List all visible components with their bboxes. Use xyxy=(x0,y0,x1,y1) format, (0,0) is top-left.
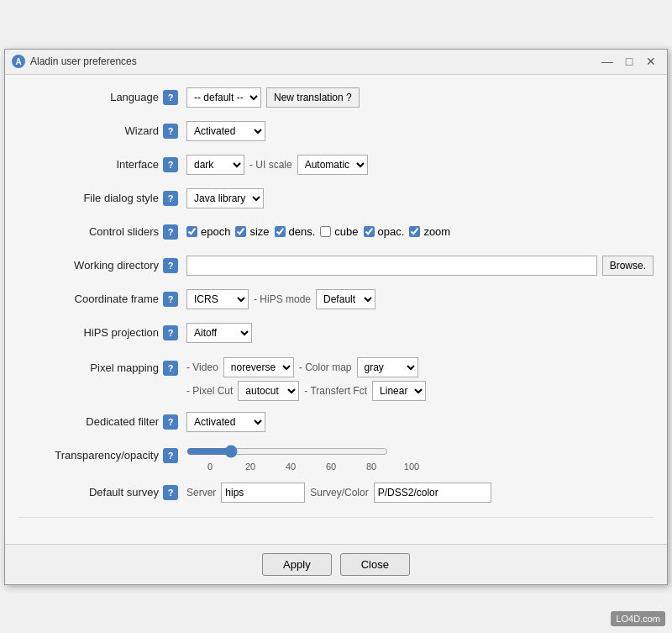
dedicated-filter-dropdown[interactable]: Activated Deactivated xyxy=(186,412,265,432)
colormap-label: - Color map xyxy=(299,361,352,373)
window-controls: — □ ✕ xyxy=(598,52,660,71)
preferences-content: Language ? -- default -- English French … xyxy=(5,75,667,544)
pixel-cut-dropdown[interactable]: autocut minmax 3sigma xyxy=(238,381,299,401)
titlebar: A Aladin user preferences — □ ✕ xyxy=(5,50,667,75)
dedicated-filter-help-button[interactable]: ? xyxy=(163,414,178,430)
wizard-help-button[interactable]: ? xyxy=(163,124,178,139)
interface-help-button[interactable]: ? xyxy=(163,157,178,172)
file-dialog-controls: Java library Native System xyxy=(186,188,654,208)
working-directory-controls: Browse. xyxy=(186,256,654,276)
file-dialog-dropdown[interactable]: Java library Native System xyxy=(186,188,264,208)
window-title: Aladin user preferences xyxy=(30,55,593,67)
control-sliders-help-button[interactable]: ? xyxy=(163,224,178,240)
working-directory-help-button[interactable]: ? xyxy=(163,258,178,273)
pixel-cut-label: - Pixel Cut xyxy=(186,385,233,397)
hips-mode-dropdown[interactable]: Default Mean Healpix xyxy=(316,289,375,309)
working-directory-label-cell: Working directory ? xyxy=(18,258,186,273)
colormap-dropdown[interactable]: gray heat rainbow xyxy=(357,357,418,377)
pixel-mapping-controls: - Video noreverse reverse - Color map gr… xyxy=(186,357,426,401)
coordinate-frame-label-cell: Coordinate frame ? xyxy=(18,292,186,307)
tick-60: 60 xyxy=(311,462,351,472)
working-directory-input[interactable] xyxy=(186,256,597,276)
working-directory-row: Working directory ? Browse. xyxy=(18,253,654,278)
hips-projection-help-button[interactable]: ? xyxy=(163,325,178,340)
hips-projection-controls: Aitoff Mercator TAN SIN xyxy=(186,323,654,343)
transparency-slider[interactable] xyxy=(186,445,388,458)
file-dialog-help-button[interactable]: ? xyxy=(163,191,178,206)
maximize-button[interactable]: □ xyxy=(620,52,638,71)
control-sliders-controls: epoch size dens. cube opac. xyxy=(186,225,654,238)
video-label: - Video xyxy=(186,361,218,373)
coordinate-frame-controls: ICRS Galactic Ecliptic - HiPS mode Defau… xyxy=(186,289,654,309)
zoom-checkbox-label[interactable]: zoom xyxy=(409,225,450,238)
language-label: Language xyxy=(110,91,159,103)
hips-projection-dropdown[interactable]: Aitoff Mercator TAN SIN xyxy=(186,323,252,343)
ui-scale-dropdown[interactable]: Automatic 100% 125% 150% xyxy=(297,155,368,175)
file-dialog-row: File dialog style ? Java library Native … xyxy=(18,186,654,211)
opac-label: opac. xyxy=(378,225,405,238)
default-survey-help-button[interactable]: ? xyxy=(163,485,178,500)
new-translation-button[interactable]: New translation ? xyxy=(266,87,360,108)
epoch-label: epoch xyxy=(201,225,230,238)
interface-theme-dropdown[interactable]: dark light system xyxy=(186,155,244,175)
preferences-window: A Aladin user preferences — □ ✕ Language… xyxy=(4,49,668,585)
minimize-button[interactable]: — xyxy=(598,52,617,71)
wizard-label: Wizard xyxy=(125,124,159,137)
survey-color-input[interactable] xyxy=(374,483,491,503)
transfer-label: - Transfert Fct xyxy=(304,385,367,397)
zoom-checkbox[interactable] xyxy=(409,226,420,237)
cube-checkbox[interactable] xyxy=(320,226,331,237)
coordinate-frame-dropdown[interactable]: ICRS Galactic Ecliptic xyxy=(186,289,249,309)
hips-projection-row: HiPS projection ? Aitoff Mercator TAN SI… xyxy=(18,320,654,346)
coordinate-frame-help-button[interactable]: ? xyxy=(163,292,178,307)
close-button-footer[interactable]: Close xyxy=(340,553,410,576)
tick-20: 20 xyxy=(230,462,270,472)
coordinate-frame-row: Coordinate frame ? ICRS Galactic Eclipti… xyxy=(18,287,654,312)
default-survey-label-cell: Default survey ? xyxy=(18,485,186,500)
opac-checkbox-label[interactable]: opac. xyxy=(364,225,405,238)
transfer-dropdown[interactable]: Linear Log Sqrt xyxy=(372,381,426,401)
working-directory-label: Working directory xyxy=(74,259,159,272)
epoch-checkbox-label[interactable]: epoch xyxy=(186,225,230,238)
transparency-controls: 0 20 40 60 80 100 xyxy=(186,445,432,472)
cube-checkbox-label[interactable]: cube xyxy=(320,225,358,238)
size-label: size xyxy=(249,225,269,238)
wizard-dropdown[interactable]: Activated Deactivated xyxy=(186,121,265,141)
dedicated-filter-controls: Activated Deactivated xyxy=(186,412,654,432)
pixel-mapping-video-row: - Video noreverse reverse - Color map gr… xyxy=(186,357,426,377)
pixel-mapping-help-button[interactable]: ? xyxy=(163,361,178,376)
browse-button[interactable]: Browse. xyxy=(602,256,654,276)
hips-projection-label: HiPS projection xyxy=(83,326,159,339)
file-dialog-label-cell: File dialog style ? xyxy=(18,191,186,206)
epoch-checkbox[interactable] xyxy=(186,226,197,237)
footer: Apply Close xyxy=(5,544,667,584)
slider-row xyxy=(186,445,432,458)
size-checkbox[interactable] xyxy=(235,226,246,237)
wizard-row: Wizard ? Activated Deactivated xyxy=(18,119,654,144)
zoom-label: zoom xyxy=(423,225,450,238)
file-dialog-label: File dialog style xyxy=(83,192,159,204)
server-input[interactable] xyxy=(221,483,305,503)
tick-40: 40 xyxy=(270,462,311,472)
apply-button[interactable]: Apply xyxy=(262,553,332,576)
default-survey-row: Default survey ? Server Survey/Color xyxy=(18,480,654,505)
dens-checkbox-label[interactable]: dens. xyxy=(275,225,316,238)
opac-checkbox[interactable] xyxy=(364,226,375,237)
control-sliders-row: Control sliders ? epoch size dens. xyxy=(18,219,654,245)
video-dropdown[interactable]: noreverse reverse xyxy=(223,357,294,377)
transparency-help-button[interactable]: ? xyxy=(163,448,178,463)
dedicated-filter-row: Dedicated filter ? Activated Deactivated xyxy=(18,409,654,435)
control-sliders-label-cell: Control sliders ? xyxy=(18,224,186,240)
language-dropdown[interactable]: -- default -- English French xyxy=(186,87,261,108)
language-label-cell: Language ? xyxy=(18,90,186,105)
close-button[interactable]: ✕ xyxy=(642,52,660,71)
app-icon: A xyxy=(12,55,25,68)
language-help-button[interactable]: ? xyxy=(163,90,178,105)
size-checkbox-label[interactable]: size xyxy=(235,225,269,238)
ui-scale-label: - UI scale xyxy=(249,159,292,171)
transparency-label: Transparency/opacity xyxy=(55,449,159,462)
tick-80: 80 xyxy=(351,462,391,472)
dens-checkbox[interactable] xyxy=(275,226,286,237)
tick-100: 100 xyxy=(391,462,432,472)
watermark: LO4D.com xyxy=(611,611,665,626)
